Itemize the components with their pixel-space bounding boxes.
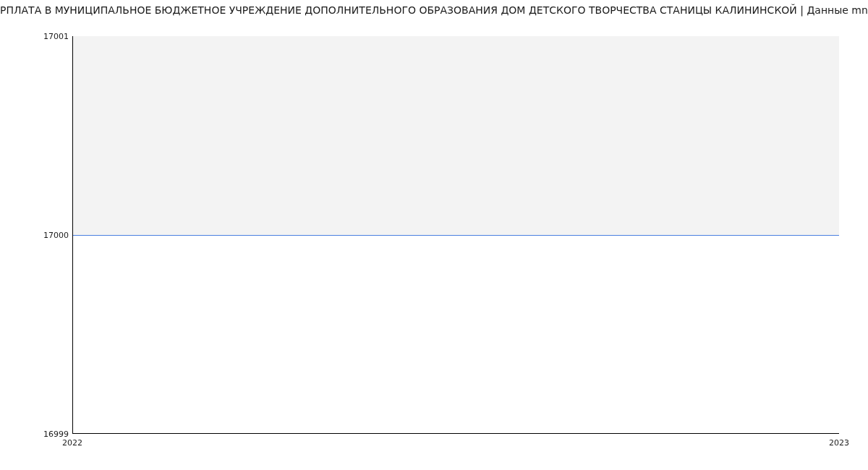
y-tick-min: 16999 [0, 430, 69, 439]
y-tick-mid: 17000 [0, 231, 69, 240]
chart-title: РПЛАТА В МУНИЦИПАЛЬНОЕ БЮДЖЕТНОЕ УЧРЕЖДЕ… [0, 4, 868, 16]
chart-container: РПЛАТА В МУНИЦИПАЛЬНОЕ БЮДЖЕТНОЕ УЧРЕЖДЕ… [0, 0, 868, 470]
shaded-upper-region [73, 36, 839, 235]
plot-area [72, 36, 839, 434]
x-tick-start: 2022 [62, 438, 82, 448]
y-tick-max: 17001 [0, 32, 69, 41]
series-line [73, 235, 839, 236]
x-tick-end: 2023 [829, 438, 849, 448]
